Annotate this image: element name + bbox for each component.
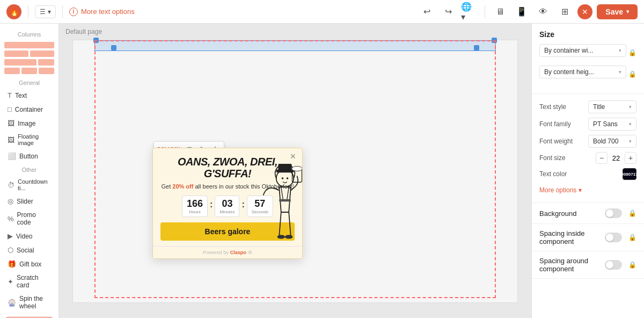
dropdown-chevron: ▾ [619, 48, 621, 53]
background-label: Background [539, 209, 576, 218]
blue-row-selector[interactable] [94, 40, 496, 51]
sidebar-item-floating-image[interactable]: 🖼 Floating image [2, 131, 56, 149]
sidebar-item-social[interactable]: ⬡ Social [2, 243, 56, 257]
col-block [4, 42, 54, 48]
image-icon: 🖼 [8, 119, 14, 127]
col-row-3[interactable] [4, 59, 54, 66]
col-block [4, 50, 28, 57]
sidebar-item-image[interactable]: 🖼 Image [2, 117, 56, 130]
spacing-inside-lock[interactable]: 🔒 [628, 234, 636, 241]
text-color-swatch[interactable]: #080717 [623, 168, 636, 180]
size-dropdown-1[interactable]: By container wi... ▾ [539, 44, 626, 57]
topbar-right: ↩ ↪ 🌐 ▾ 🖥 📱 👁 ⊞ ✕ Save ▾ [418, 3, 638, 20]
popup-close-button[interactable]: ✕ [288, 151, 298, 161]
text-icon: T [8, 91, 12, 99]
layout-icon[interactable]: ⊞ [556, 3, 573, 20]
spacing-inside-label: Spacing inside component [539, 229, 605, 245]
row-handle-right[interactable] [474, 45, 479, 50]
mobile-icon[interactable]: 📱 [513, 3, 530, 20]
close-button[interactable]: ✕ [577, 4, 592, 19]
canvas-area[interactable]: Default page COLUMN ⊞ ✎ ⋮ [59, 24, 531, 318]
font-family-dropdown[interactable]: PT Sans ▾ [588, 118, 636, 131]
timer-sep1: : [210, 200, 213, 209]
popup-image [243, 159, 303, 256]
size-lock-1[interactable]: 🔒 [628, 49, 636, 56]
preview-icon[interactable]: 👁 [535, 3, 552, 20]
popup-widget: ✕ OANS, ZWOA, DREI, G'SUFFA! Get 20% off… [152, 148, 303, 259]
button-icon: ⬜ [8, 152, 16, 160]
sidebar-item-text[interactable]: T Text [2, 89, 56, 102]
divider [28, 5, 28, 18]
font-size-value: 22 [611, 154, 621, 162]
selection-handle-tr[interactable] [492, 38, 497, 43]
spacing-around-lock[interactable]: 🔒 [628, 261, 636, 269]
globe-button[interactable]: 🌐 ▾ [461, 3, 478, 20]
dropdown-chevron-2: ▾ [619, 69, 621, 75]
timer-minutes: 03 Minutes [215, 196, 239, 217]
sidebar-item-promo[interactable]: % Promo code [2, 208, 56, 229]
more-options-button[interactable]: More options ▾ [539, 184, 636, 196]
spacing-inside-toggle-row: Spacing inside component 🔒 [532, 224, 644, 251]
general-label: General [0, 76, 58, 88]
col-row-4[interactable] [4, 68, 54, 74]
left-sidebar: Columns General T Text □ [0, 24, 59, 318]
col-row-2[interactable] [4, 50, 54, 57]
sidebar-item-button[interactable]: ⬜ Button [2, 149, 56, 163]
selection-handle-tl[interactable] [93, 38, 99, 43]
text-style-row: Text style Title ▾ [539, 100, 636, 113]
row-handle-left[interactable] [111, 45, 116, 50]
font-weight-dropdown[interactable]: Bold 700 ▾ [588, 135, 636, 148]
slider-icon: ◎ [8, 197, 13, 205]
size-row-1: By container wi... ▾ 🔒 [539, 44, 636, 61]
size-lock-2[interactable]: 🔒 [628, 70, 636, 78]
container-icon: □ [8, 105, 12, 113]
redo-button[interactable]: ↪ [440, 3, 457, 20]
col-block [4, 68, 20, 74]
size-row-2: By content heig... ▾ 🔒 [539, 66, 636, 83]
spacing-around-toggle[interactable] [605, 260, 622, 270]
topbar: 🔥 ☰ ▾ i More text options ↩ ↪ 🌐 ▾ 🖥 📱 👁 … [0, 0, 644, 24]
col-block [30, 50, 54, 57]
more-text-options[interactable]: i More text options [69, 8, 135, 16]
sidebar-item-container[interactable]: □ Container [2, 103, 56, 116]
sidebar-item-slider[interactable]: ◎ Slider [2, 194, 56, 208]
size-section: Size By container wi... ▾ 🔒 By content h… [532, 24, 644, 94]
background-toggle-row: Background 🔒 [532, 203, 644, 224]
countdown-icon: ⏱ [8, 181, 14, 189]
sidebar-item-spin[interactable]: 🎡 Spin the wheel [2, 292, 56, 313]
font-size-minus-button[interactable]: − [596, 152, 608, 164]
text-style-dropdown[interactable]: Title ▾ [588, 100, 636, 113]
undo-button[interactable]: ↩ [418, 3, 435, 20]
save-button[interactable]: Save ▾ [597, 4, 638, 19]
sidebar-item-video[interactable]: ▶ Video [2, 229, 56, 243]
spacing-inside-toggle[interactable] [605, 233, 622, 242]
background-lock[interactable]: 🔒 [628, 209, 636, 217]
hamburger-menu[interactable]: ☰ ▾ [35, 5, 56, 18]
timer-hours: 166 Hours [182, 196, 208, 217]
svg-rect-2 [278, 164, 291, 171]
social-icon: ⬡ [8, 246, 13, 254]
size-dropdown-2[interactable]: By content heig... ▾ [539, 66, 626, 78]
size-title: Size [539, 30, 636, 39]
font-weight-control: Bold 700 ▾ [573, 135, 636, 148]
font-size-plus-button[interactable]: + [625, 152, 636, 164]
canvas-inner: COLUMN ⊞ ✎ ⋮ ✕ OANS, ZWOA, DREI, G'SUFFA… [59, 40, 531, 318]
video-icon: ▶ [8, 232, 13, 240]
menu-chevron: ▾ [48, 8, 51, 16]
font-family-label: Font family [539, 120, 571, 128]
desktop-icon[interactable]: 🖥 [492, 3, 509, 20]
sidebar-item-giftbox[interactable]: 🎁 Gift box [2, 257, 56, 271]
scratch-icon: ✦ [8, 278, 13, 286]
spacing-around-toggle-row: Spacing around component 🔒 [532, 251, 644, 279]
more-options-chevron: ▾ [579, 186, 582, 194]
col-row-1[interactable] [4, 42, 54, 48]
svg-line-4 [287, 187, 289, 200]
main-layout: Columns General T Text □ [0, 24, 644, 318]
sidebar-item-scratch[interactable]: ✦ Scratch card [2, 271, 56, 292]
column-grid [0, 40, 58, 76]
info-icon: i [69, 8, 78, 16]
font-size-label: Font size [539, 154, 566, 162]
background-toggle[interactable] [605, 208, 622, 218]
sidebar-item-countdown[interactable]: ⏱ Countdown ti... [2, 176, 56, 194]
svg-rect-5 [279, 199, 291, 202]
